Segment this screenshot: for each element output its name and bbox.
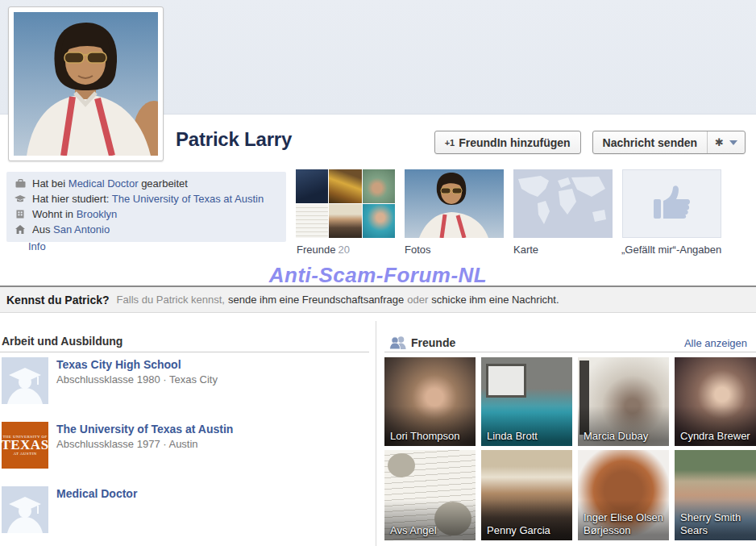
friends-heading: Freunde [411, 336, 455, 349]
university-detail: Abschlussklasse 1977 · Austin [56, 438, 198, 450]
banner-text: Falls du Patrick kennst, [117, 294, 225, 306]
current-city-link[interactable]: Brooklyn [77, 208, 118, 220]
school-link[interactable]: Texas City High School [56, 358, 181, 371]
about-row-text: Wohnt in Brooklyn [32, 207, 117, 221]
friend-card[interactable]: Linda Brott [481, 357, 572, 446]
friend-name: Lori Thompson [390, 430, 472, 443]
tile-photos[interactable] [405, 169, 504, 238]
gear-icon: ✱ [715, 137, 724, 148]
friend-card[interactable]: Sherry Smith Sears [675, 450, 756, 540]
profile-name: Patrick Larry [176, 128, 292, 151]
briefcase-icon [15, 179, 26, 188]
about-row-text: Aus San Antonio [32, 223, 110, 236]
friend-name: Linda Brott [487, 430, 569, 443]
add-friend-button[interactable]: +1 FreundIn hinzufügen [434, 131, 581, 154]
send-friend-request-link[interactable]: sende ihm eine Freundschaftsanfrage [228, 294, 404, 306]
profile-photo-image [14, 12, 158, 156]
education-thumb-graduation[interactable] [2, 357, 48, 404]
about-row-text: Hat bei Medical Doctor gearbeitet [32, 177, 188, 190]
divider [384, 352, 756, 352]
tile-label-photos[interactable]: Fotos [405, 244, 431, 256]
education-link[interactable]: The University of Texas at Austin [112, 193, 264, 205]
see-all-friends-link[interactable]: Alle anzeigen [684, 337, 747, 349]
employer-link[interactable]: Medical Doctor [56, 487, 137, 500]
friend-name: Penny Garcia [487, 524, 569, 537]
friend-name: Marcia Dubay [584, 430, 666, 443]
work-education-heading: Arbeit und Ausbildung [2, 335, 123, 348]
send-message-button[interactable]: Nachricht senden [593, 136, 707, 149]
info-link[interactable]: Info [28, 240, 46, 252]
settings-menu-button[interactable]: ✱ [707, 131, 745, 153]
profile-actions: +1 FreundIn hinzufügen Nachricht senden … [434, 131, 746, 154]
add-friend-label: FreundIn hinzufügen [459, 136, 570, 149]
friend-card[interactable]: Marcia Dubay [578, 357, 669, 446]
friend-name: Sherry Smith Sears [680, 511, 756, 537]
about-summary-box: Hat bei Medical Doctor gearbeitet Hat hi… [6, 172, 286, 242]
anti-scam-watermark: Anti-Scam-Forum-NL [0, 263, 756, 288]
home-icon [15, 225, 26, 234]
friend-card[interactable]: Inger Elise Olsen Børjesson [578, 450, 669, 540]
work-link[interactable]: Medical Doctor [69, 177, 139, 190]
friend-card[interactable]: Cyndra Brewer [675, 357, 756, 446]
about-row-work: Hat bei Medical Doctor gearbeitet [6, 176, 286, 191]
hometown-link[interactable]: San Antonio [53, 223, 110, 235]
thumbs-up-icon [623, 170, 721, 237]
about-row-city: Wohnt in Brooklyn [6, 206, 286, 222]
tile-label-friends[interactable]: Freunde20 [297, 244, 350, 256]
tile-friends[interactable] [296, 169, 395, 238]
friend-card[interactable]: Avs Angel [384, 450, 476, 540]
friend-name: Avs Angel [390, 524, 472, 537]
chevron-down-icon [729, 140, 737, 145]
message-button-group: Nachricht senden ✱ [592, 131, 746, 154]
banner-text: oder [407, 294, 428, 306]
friends-count: 20 [338, 244, 349, 256]
about-row-education: Hat hier studiert: The University of Tex… [6, 191, 286, 206]
know-patrick-banner: Kennst du Patrick? Falls du Patrick kenn… [0, 286, 756, 313]
friends-icon [389, 336, 406, 352]
university-link[interactable]: The University of Texas at Austin [56, 423, 233, 436]
tile-likes[interactable] [622, 169, 721, 238]
profile-photo[interactable] [8, 6, 164, 161]
map-thumbnail [513, 169, 613, 238]
tile-label-map[interactable]: Karte [513, 244, 538, 256]
divider [0, 352, 369, 352]
school-detail: Abschlussklasse 1980 · Texas City [56, 373, 218, 386]
friend-name: Cyndra Brewer [680, 430, 756, 443]
work-thumb-graduation[interactable] [2, 486, 48, 533]
about-row-text: Hat hier studiert: The University of Tex… [32, 192, 264, 206]
friend-card[interactable]: Lori Thompson [384, 357, 476, 446]
building-icon [15, 210, 26, 219]
send-message-link[interactable]: schicke ihm eine Nachricht. [431, 294, 559, 306]
column-divider [376, 321, 376, 546]
friend-card[interactable]: Penny Garcia [481, 450, 572, 540]
friend-name: Inger Elise Olsen Børjesson [584, 511, 666, 537]
friends-grid: Lori Thompson Linda Brott Marcia Dubay C… [384, 357, 756, 540]
facebook-profile-page: Patrick Larry +1 FreundIn hinzufügen Nac… [0, 0, 756, 546]
add-friend-icon: +1 [445, 138, 455, 148]
tile-label-likes[interactable]: „Gefällt mir“-Angaben [621, 244, 721, 256]
banner-question: Kennst du Patrick? [6, 294, 110, 306]
about-row-hometown: Aus San Antonio [6, 222, 286, 237]
university-thumb-texas-logo[interactable]: THE UNIVERSITY OF TEXAS AT AUSTIN [2, 422, 48, 469]
friends-collage [296, 169, 395, 238]
photos-thumbnail [405, 169, 504, 238]
graduation-cap-icon [15, 195, 26, 203]
tile-map[interactable] [513, 169, 613, 238]
